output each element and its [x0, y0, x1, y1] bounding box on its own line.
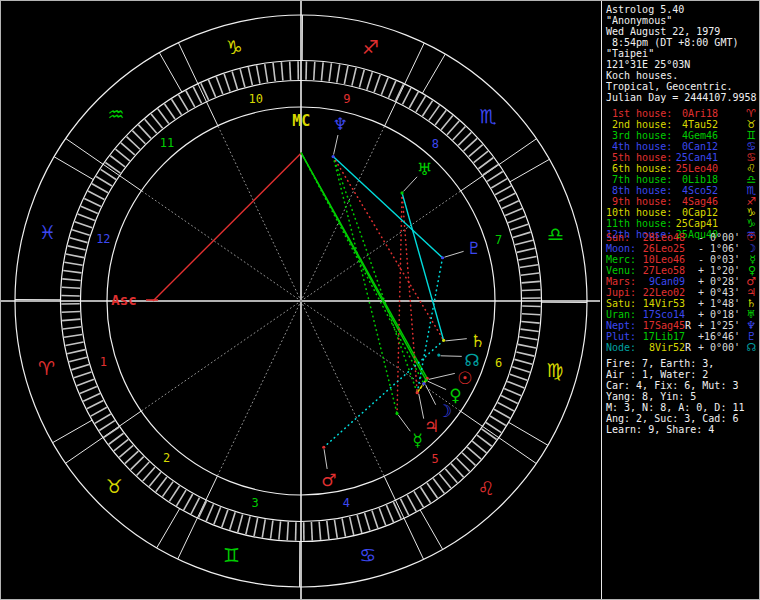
planet-position-value: 17Sco14 — [639, 309, 685, 320]
planet-label: Jupi: — [606, 287, 639, 298]
planet-row: Node:8Vir52R+ 0°00'☊ — [606, 342, 756, 353]
planet-velocity: + 0°00' — [698, 342, 746, 353]
planet-row: Uran:17Sco14+ 0°18'♅ — [606, 309, 756, 320]
planet-position-value: 9Can09 — [639, 276, 685, 287]
house-row: 1st house:0Ari18♈ — [606, 108, 756, 119]
satu-planet-icon: ♄ — [470, 331, 485, 351]
stats-line: Yang: 8, Yin: 5 — [606, 391, 757, 402]
node-planet-icon: ☊ — [746, 342, 756, 353]
header-line: Wed August 22, 1979 — [606, 26, 757, 37]
vir-sign-icon: ♍ — [546, 359, 563, 381]
house-row: 4th house:0Can12♋ — [606, 141, 756, 152]
chart-wheel: ♈♉♊♋♌♍♎♏♐♑♒♓123456789101112☉☽☿♀♂♃♄♅♆♇☊MC… — [1, 1, 601, 600]
house-cusp-value: 4Sag46 — [672, 196, 718, 207]
house-label: 3rd house: — [606, 130, 672, 141]
house-number: 3 — [251, 496, 258, 510]
planet-position-value: 17Sag45 — [639, 320, 685, 331]
house-number: 11 — [160, 136, 174, 150]
aqu-sign-icon: ♒ — [107, 103, 124, 125]
house-number: 9 — [343, 92, 350, 106]
planet-label: Venu: — [606, 265, 639, 276]
planet-velocity: + 0°18' — [698, 309, 746, 320]
degree-tick — [522, 314, 540, 315]
house-row: 9th house:4Sag46♐ — [606, 196, 756, 207]
info-panel: Astrolog 5.40"Anonymous"Wed August 22, 1… — [602, 1, 759, 599]
planet-degree-dot — [322, 446, 325, 449]
house-row: 3rd house:4Gem46♊ — [606, 130, 756, 141]
house-label: 2nd house: — [606, 119, 672, 130]
degree-tick — [311, 522, 312, 540]
house-cusp-value: 25Can41 — [672, 152, 718, 163]
house-label: 10th house: — [606, 207, 672, 218]
planet-row: Satu:14Vir53+ 1°48'♄ — [606, 298, 756, 309]
house-label: 1st house: — [606, 108, 672, 119]
merc-planet-icon: ☿ — [412, 430, 422, 450]
house-number: 7 — [495, 233, 502, 247]
header-line: Koch houses. — [606, 70, 757, 81]
house-cusp-value: 0Can12 — [672, 141, 718, 152]
gem-sign-icon: ♊ — [223, 544, 240, 566]
lib-sign-icon: ♎ — [547, 223, 564, 245]
house-row: 5th house:25Can41♋ — [606, 152, 756, 163]
planet-degree-dot — [332, 155, 335, 158]
sco-sign-icon: ♏ — [479, 105, 496, 127]
house-number: 6 — [495, 356, 502, 370]
retrograde-flag — [685, 331, 692, 342]
house-row: 7th house:0Lib18♎ — [606, 174, 756, 185]
house-cusp-value: 0Cap12 — [672, 207, 718, 218]
planet-degree-dot — [422, 382, 425, 385]
plut-planet-icon: ♇ — [466, 238, 481, 258]
house-label: 9th house: — [606, 196, 672, 207]
planet-position-value: 10Leo46 — [639, 254, 685, 265]
planet-label: Satu: — [606, 298, 639, 309]
planet-degree-dot — [395, 412, 398, 415]
planet-degree-dot — [437, 353, 440, 356]
degree-tick — [290, 62, 291, 80]
planet-row: Venu:27Leo58+ 1°20'♀ — [606, 265, 756, 276]
degree-tick — [62, 287, 80, 288]
planet-velocity: + 0°43' — [698, 287, 746, 298]
degree-tick — [314, 62, 315, 80]
house-cusp-value: 0Ari18 — [672, 108, 718, 119]
pis-sign-icon: ♓ — [39, 221, 56, 243]
planet-velocity: + 1°20' — [698, 265, 746, 276]
tau-sign-icon: ♉ — [106, 475, 123, 497]
planet-velocity: - 0°03' — [698, 254, 746, 265]
planet-label: Merc: — [606, 254, 639, 265]
nept-planet-icon: ♆ — [333, 114, 348, 134]
retrograde-flag — [685, 309, 692, 320]
house-cusp-value: 0Lib18 — [672, 174, 718, 185]
node-planet-icon: ☊ — [465, 350, 480, 370]
header-line: Astrolog 5.40 — [606, 4, 757, 15]
header-line: Tropical, Geocentric. — [606, 81, 757, 92]
retrograde-flag — [685, 276, 692, 287]
planet-degree-dot — [400, 191, 403, 194]
planet-label: Nept: — [606, 320, 639, 331]
asc-label: Asc — [111, 292, 136, 308]
house-label: 11th house: — [606, 218, 672, 229]
mc-label: MC — [292, 112, 310, 130]
house-label: 7th house: — [606, 174, 672, 185]
planet-degree-dot — [424, 379, 427, 382]
retrograde-flag — [685, 254, 692, 265]
header-line: "Anonymous" — [606, 15, 757, 26]
degree-tick — [62, 311, 80, 312]
house-row: 8th house:4Sco52♏ — [606, 185, 756, 196]
degree-tick — [287, 522, 288, 540]
planet-label: Sun: — [606, 232, 639, 243]
house-number: 1 — [100, 355, 107, 369]
planet-position-value: 22Leo02 — [639, 287, 685, 298]
planet-label: Moon: — [606, 243, 639, 254]
mars-planet-icon: ♂ — [321, 470, 336, 490]
jupi-planet-icon: ♃ — [424, 416, 439, 436]
planet-position-value: 28Leo48 — [639, 232, 685, 243]
house-label: 5th house: — [606, 152, 672, 163]
can-sign-icon: ♋ — [359, 544, 376, 566]
header-line: 121°31E 25°03N — [606, 59, 757, 70]
stats-line: Ang: 2, Suc: 3, Cad: 6 — [606, 413, 757, 424]
sag-sign-icon: ♐ — [362, 36, 379, 58]
header-line: 8:54pm (DT +8:00 GMT) — [606, 37, 757, 48]
planet-row: Jupi:22Leo02+ 0°43'♃ — [606, 287, 756, 298]
venu-planet-icon: ♀ — [449, 385, 461, 405]
house-cusp-value: 4Sco52 — [672, 185, 718, 196]
